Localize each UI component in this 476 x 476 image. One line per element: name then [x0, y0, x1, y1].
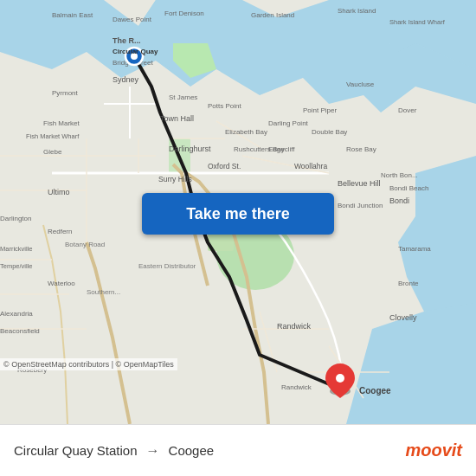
svg-text:Bellevue Hill: Bellevue Hill — [338, 179, 381, 188]
svg-text:Shark Island Wharf: Shark Island Wharf — [389, 18, 446, 26]
svg-text:Clovelly: Clovelly — [389, 313, 417, 322]
svg-text:Sydney: Sydney — [113, 75, 139, 84]
copyright-text: © OpenStreetMap contributors | © OpenMap… — [0, 358, 177, 370]
svg-text:Balmain East: Balmain East — [52, 11, 93, 19]
svg-text:Coogee: Coogee — [359, 386, 391, 396]
svg-text:Glebe: Glebe — [43, 148, 62, 156]
svg-text:Fish Market: Fish Market — [43, 119, 80, 127]
moovit-logo: moovit — [405, 441, 462, 460]
svg-text:Alexandria: Alexandria — [0, 310, 33, 318]
svg-text:Beaconsfield: Beaconsfield — [0, 327, 40, 335]
svg-text:St James: St James — [169, 93, 197, 101]
svg-text:Rose Bay: Rose Bay — [346, 145, 376, 153]
svg-text:Double Bay: Double Bay — [312, 128, 347, 136]
moovit-logo-text: moovit — [405, 441, 462, 460]
svg-text:Darling Point: Darling Point — [268, 119, 309, 127]
svg-text:Botany Road: Botany Road — [65, 241, 105, 248]
svg-text:Bronte: Bronte — [398, 280, 419, 287]
svg-text:Waterloo: Waterloo — [48, 280, 75, 287]
bottom-bar: Circular Quay Station → Coogee moovit — [0, 424, 476, 476]
svg-text:Tamarama: Tamarama — [398, 245, 431, 253]
svg-text:Bondi Junction: Bondi Junction — [338, 202, 383, 209]
svg-text:Randwick: Randwick — [277, 322, 312, 331]
svg-text:Point Piper: Point Piper — [303, 106, 337, 114]
svg-text:Town Hall: Town Hall — [160, 114, 194, 123]
svg-text:Darlington: Darlington — [0, 215, 31, 222]
destination-label: Coogee — [169, 443, 215, 458]
svg-text:Bondi: Bondi — [389, 196, 409, 205]
svg-text:North Bon...: North Bon... — [381, 171, 418, 179]
svg-text:Bondi Beach: Bondi Beach — [389, 184, 428, 192]
svg-text:Dover: Dover — [398, 106, 417, 114]
svg-text:Fort Denison: Fort Denison — [164, 10, 204, 17]
svg-text:Surry Hills: Surry Hills — [158, 175, 192, 183]
svg-text:Dawes Point: Dawes Point — [113, 16, 152, 23]
svg-text:Circular Quay: Circular Quay — [113, 48, 158, 55]
arrow-icon: → — [146, 443, 160, 459]
svg-text:Elizabeth Bay: Elizabeth Bay — [225, 128, 267, 136]
svg-text:Woollahra: Woollahra — [294, 162, 327, 170]
svg-text:Vaucluse: Vaucluse — [346, 80, 375, 88]
svg-text:Pyrmont: Pyrmont — [52, 89, 79, 97]
take-me-there-button[interactable]: Take me there — [142, 193, 334, 235]
svg-text:Shark Island: Shark Island — [338, 7, 376, 15]
svg-text:Randwick: Randwick — [281, 383, 312, 391]
svg-text:Ultimo: Ultimo — [48, 188, 70, 196]
svg-text:Oxford St.: Oxford St. — [208, 162, 241, 170]
svg-text:Edgecliff: Edgecliff — [268, 145, 295, 153]
svg-text:Southern...: Southern... — [87, 288, 120, 296]
svg-text:Potts Point: Potts Point — [208, 102, 241, 110]
svg-text:Garden Island: Garden Island — [251, 11, 294, 19]
map-container: Dawes Point Balmain East Fort Denison Ga… — [0, 0, 476, 424]
origin-label: Circular Quay Station — [14, 443, 138, 458]
svg-text:Tempe/ville: Tempe/ville — [0, 262, 33, 270]
svg-text:Eastern Distributor: Eastern Distributor — [138, 262, 196, 270]
svg-point-63 — [336, 374, 344, 383]
svg-text:Redfern: Redfern — [48, 228, 72, 235]
svg-text:Marrickville: Marrickville — [0, 245, 33, 253]
svg-text:Darlinghurst: Darlinghurst — [169, 145, 211, 153]
svg-text:Fish Market Wharf: Fish Market Wharf — [26, 132, 80, 140]
svg-text:The R...: The R... — [113, 36, 141, 45]
